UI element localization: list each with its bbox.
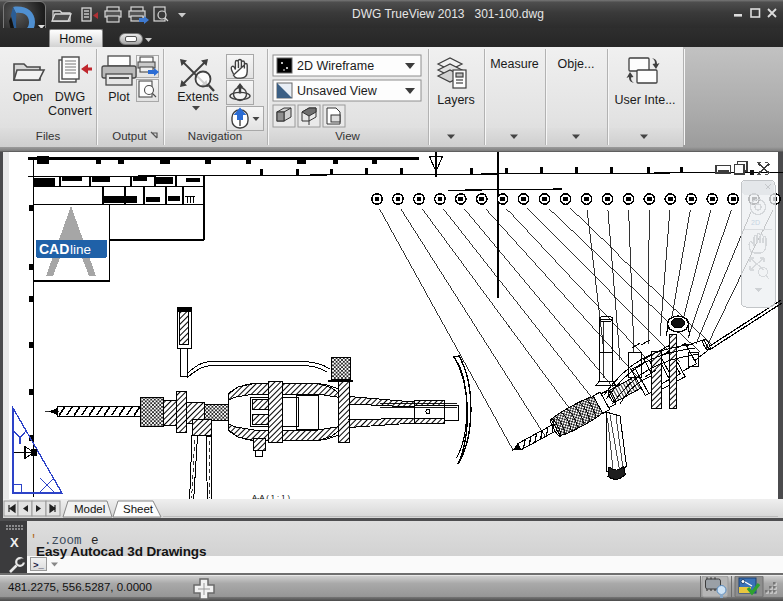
svg-text:Sheet: Sheet: [123, 503, 154, 515]
svg-text:2D Wireframe: 2D Wireframe: [297, 59, 374, 73]
svg-text:CAD: CAD: [39, 241, 69, 257]
svg-text:Model: Model: [74, 503, 105, 515]
svg-text:line: line: [70, 242, 91, 257]
svg-text:Unsaved View: Unsaved View: [297, 84, 378, 98]
svg-text:2D: 2D: [751, 219, 760, 226]
